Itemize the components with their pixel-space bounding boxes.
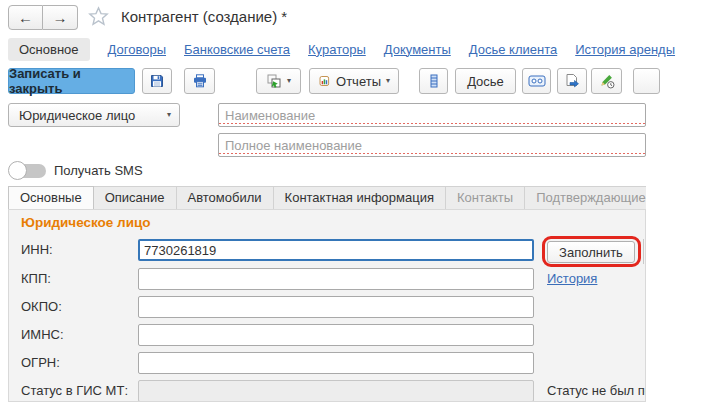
- export-arrow-icon: [564, 73, 580, 89]
- entity-type-select[interactable]: Юридическое лицо ▾: [8, 103, 180, 127]
- inn-input[interactable]: [138, 239, 534, 261]
- ogrn-input[interactable]: [138, 352, 534, 374]
- favorite-star-icon[interactable]: [88, 6, 109, 27]
- nav-link-bank-accounts[interactable]: Банковские счета: [184, 42, 290, 57]
- history-link[interactable]: История: [547, 271, 597, 286]
- more-toolbar-button[interactable]: [633, 68, 660, 94]
- tab-contacts: Контакты: [446, 186, 525, 209]
- edit-history-button[interactable]: [591, 68, 622, 94]
- gis-mt-status-message: Статус не был получен: [547, 383, 646, 398]
- counterparty-create-window: ← → Контрагент (создание) * Основное Дог…: [0, 0, 705, 414]
- reports-button-label: Отчеты: [336, 74, 381, 89]
- sms-toggle[interactable]: [10, 164, 46, 178]
- card-reader-button[interactable]: [522, 68, 551, 94]
- nav-link-client-dossier[interactable]: Досье клиента: [469, 42, 557, 57]
- tab-contact-info[interactable]: Контактная информация: [274, 186, 446, 209]
- chevron-down-icon: ▾: [167, 111, 171, 119]
- nav-link-curators[interactable]: Кураторы: [308, 42, 366, 57]
- create-based-on-button[interactable]: ▾: [256, 68, 301, 94]
- print-button[interactable]: [184, 68, 215, 94]
- imns-label: ИМНС:: [21, 327, 64, 342]
- name-input[interactable]: [218, 103, 646, 127]
- okpo-input[interactable]: [138, 296, 534, 318]
- ogrn-label: ОГРН:: [21, 355, 60, 370]
- nav-link-documents[interactable]: Документы: [384, 42, 451, 57]
- gis-mt-status-label: Статус в ГИС МТ:: [21, 383, 128, 398]
- stacked-list-icon: [426, 73, 442, 89]
- printer-icon: [192, 73, 208, 89]
- nav-tab-main[interactable]: Основное: [8, 38, 90, 61]
- reports-button[interactable]: Отчеты ▾: [309, 68, 399, 94]
- tab-confirming-documents: Подтверждающие документы: [525, 186, 646, 209]
- entity-type-value: Юридическое лицо: [19, 108, 135, 123]
- dossier-button-label: Досье: [467, 74, 504, 89]
- back-arrow-icon: ←: [18, 9, 33, 26]
- inn-label: ИНН:: [21, 242, 53, 257]
- okpo-label: ОКПО:: [21, 299, 62, 314]
- legal-entity-section-title: Юридическое лицо: [21, 215, 151, 230]
- window-title: Контрагент (создание) *: [121, 8, 287, 25]
- nav-link-rental-history[interactable]: История аренды: [575, 42, 675, 57]
- chevron-down-icon: ▾: [386, 77, 390, 85]
- save-and-close-button[interactable]: Записать и закрыть: [8, 68, 135, 94]
- kpp-input[interactable]: [138, 268, 534, 290]
- cassette-icon: [528, 74, 546, 88]
- pencil-clock-icon: [599, 73, 615, 89]
- form-nav-bar: Основное Договоры Банковские счета Курат…: [8, 37, 705, 61]
- kpp-label: КПП:: [21, 271, 51, 286]
- sms-toggle-knob: [8, 161, 27, 180]
- gis-mt-status-input: [138, 380, 534, 402]
- dossier-button[interactable]: Досье: [455, 68, 516, 94]
- tab-main[interactable]: Основные: [8, 186, 94, 209]
- related-info-button[interactable]: [419, 68, 448, 94]
- copy-arrow-icon: [266, 73, 282, 89]
- detail-tabs: Основные Описание Автомобили Контактная …: [8, 186, 646, 209]
- nav-link-contracts[interactable]: Договоры: [108, 42, 166, 57]
- imns-input[interactable]: [138, 324, 534, 346]
- vertical-divider: [643, 239, 644, 264]
- fill-button[interactable]: Заполнить: [547, 241, 635, 263]
- chevron-down-icon: ▾: [287, 77, 291, 85]
- full-name-input[interactable]: [218, 133, 646, 157]
- sms-toggle-label: Получать SMS: [54, 163, 143, 178]
- tab-vehicles[interactable]: Автомобили: [177, 186, 274, 209]
- history-nav-group: ← →: [8, 5, 78, 30]
- save-button[interactable]: [142, 68, 172, 94]
- report-chart-icon: [318, 73, 331, 89]
- tab-description[interactable]: Описание: [94, 186, 177, 209]
- back-button[interactable]: ←: [8, 5, 43, 30]
- forward-button[interactable]: →: [43, 5, 78, 30]
- export-button[interactable]: [557, 68, 587, 94]
- main-tab-panel: Юридическое лицо ИНН: КПП: ОКПО: ИМНС: О…: [8, 209, 646, 402]
- save-icon: [149, 73, 165, 89]
- forward-arrow-icon: →: [53, 9, 68, 26]
